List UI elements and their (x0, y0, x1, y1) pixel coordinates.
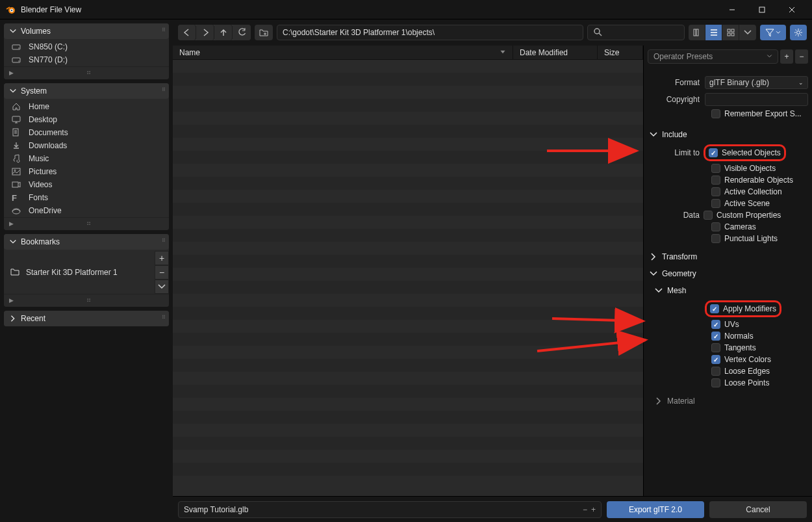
minimize-button[interactable] (717, 0, 747, 20)
file-row (173, 346, 643, 359)
play-icon[interactable]: ▶ (9, 297, 14, 304)
new-folder-button[interactable] (255, 25, 273, 40)
close-button[interactable] (777, 0, 807, 20)
system-item-music[interactable]: Music (4, 152, 169, 165)
search-input[interactable] (587, 25, 685, 40)
view-thumbnail-button[interactable] (722, 25, 739, 40)
system-header[interactable]: System ⠿ (4, 83, 169, 99)
system-item-desktop[interactable]: Desktop (4, 113, 169, 126)
geometry-section-header[interactable]: Geometry (648, 265, 808, 282)
custom-properties-checkbox[interactable] (704, 211, 713, 220)
column-date-header[interactable]: Date Modified (513, 46, 598, 59)
system-item-downloads[interactable]: Downloads (4, 139, 169, 152)
volume-label: SN770 (D:) (29, 55, 68, 64)
active-scene-checkbox[interactable] (711, 199, 720, 208)
cameras-checkbox[interactable] (711, 222, 720, 231)
back-button[interactable] (178, 25, 196, 40)
file-row (173, 359, 643, 372)
chevron-right-icon (654, 397, 663, 406)
forward-button[interactable] (196, 25, 214, 40)
refresh-button[interactable] (233, 25, 251, 40)
path-text: C:\godot\Starter Kit 3D Platformer 1\obj… (283, 28, 435, 37)
volumes-header[interactable]: Volumes ⠿ (4, 23, 169, 39)
add-bookmark-button[interactable]: + (155, 251, 169, 265)
remember-export-checkbox[interactable] (711, 109, 720, 118)
column-size-header[interactable]: Size (598, 46, 643, 59)
recent-header[interactable]: Recent ⠿ (4, 311, 169, 326)
renderable-objects-checkbox[interactable] (711, 176, 720, 185)
volume-item[interactable]: SN770 (D:) (4, 53, 169, 66)
bookmark-menu-button[interactable] (155, 280, 169, 294)
drag-grip-icon[interactable]: ⠿ (162, 87, 166, 93)
file-row (173, 164, 643, 177)
settings-button[interactable] (790, 25, 807, 40)
bookmark-item[interactable]: Starter Kit 3D Platformer 1 (4, 251, 155, 294)
operator-presets-select[interactable]: Operator Presets (648, 49, 778, 64)
filter-button[interactable] (760, 25, 786, 40)
increment-button[interactable]: + (591, 505, 596, 514)
drag-grip-icon[interactable]: ⠿ (162, 27, 166, 33)
vertex-colors-checkbox[interactable] (711, 355, 720, 364)
file-list-area[interactable] (173, 60, 643, 522)
uvs-checkbox[interactable] (711, 320, 720, 329)
system-title: System (21, 86, 47, 96)
remove-preset-button[interactable]: − (795, 49, 808, 64)
parent-dir-button[interactable] (214, 25, 233, 40)
volume-item[interactable]: SN850 (C:) (4, 40, 169, 53)
chevron-right-icon (9, 314, 17, 323)
system-item-videos[interactable]: Videos (4, 178, 169, 191)
apply-modifiers-checkbox[interactable] (710, 304, 719, 313)
view-sort-dropdown[interactable] (739, 25, 756, 40)
system-item-onedrive[interactable]: OneDrive (4, 204, 169, 217)
view-vertical-list-button[interactable] (689, 25, 705, 40)
system-item-home[interactable]: Home (4, 100, 169, 113)
view-horizontal-list-button[interactable] (705, 25, 722, 40)
add-preset-button[interactable]: + (780, 49, 793, 64)
maximize-button[interactable] (747, 0, 777, 20)
loose-points-checkbox[interactable] (711, 378, 720, 387)
recent-panel: Recent ⠿ (4, 311, 169, 326)
material-section-header[interactable]: Material (648, 393, 808, 410)
punctual-lights-checkbox[interactable] (711, 234, 720, 243)
export-options-panel: Operator Presets + − Format glTF Binary … (643, 46, 812, 522)
copyright-input[interactable] (705, 93, 808, 106)
transform-section-header[interactable]: Transform (648, 248, 808, 265)
system-item-pictures[interactable]: Pictures (4, 165, 169, 178)
play-icon[interactable]: ▶ (9, 220, 14, 227)
documents-icon (10, 128, 22, 137)
system-item-label: Documents (29, 128, 68, 137)
volume-label: SN850 (C:) (29, 42, 68, 51)
system-item-label: Fonts (29, 193, 48, 202)
export-button[interactable]: Export glTF 2.0 (607, 501, 704, 518)
file-row (173, 255, 643, 268)
path-input[interactable]: C:\godot\Starter Kit 3D Platformer 1\obj… (277, 25, 583, 40)
file-row (173, 86, 643, 99)
normals-checkbox[interactable] (711, 332, 720, 341)
drag-grip-icon[interactable]: ⠿ (162, 238, 166, 244)
mesh-section-header[interactable]: Mesh (648, 282, 808, 299)
file-toolbar: C:\godot\Starter Kit 3D Platformer 1\obj… (173, 20, 812, 46)
drag-grip-icon[interactable]: ⠿ (162, 315, 166, 320)
active-collection-checkbox[interactable] (711, 187, 720, 196)
tangents-checkbox[interactable] (711, 343, 720, 352)
loose-edges-checkbox[interactable] (711, 367, 720, 376)
system-item-fonts[interactable]: Fonts (4, 191, 169, 204)
svg-point-19 (11, 9, 13, 11)
filename-input[interactable]: Svamp Tutorial.glb − + (178, 501, 602, 518)
cancel-button[interactable]: Cancel (709, 501, 807, 518)
data-label: Data (648, 211, 700, 220)
onedrive-icon (10, 206, 22, 215)
chevron-down-icon (9, 27, 17, 36)
include-section-header[interactable]: Include (648, 126, 808, 143)
play-icon[interactable]: ▶ (9, 70, 14, 76)
system-item-documents[interactable]: Documents (4, 126, 169, 139)
decrement-button[interactable]: − (583, 505, 587, 514)
file-row (173, 385, 643, 398)
remove-bookmark-button[interactable]: − (155, 265, 169, 280)
format-select[interactable]: glTF Binary (.glb) ⌄ (705, 76, 808, 89)
music-icon (10, 154, 22, 163)
visible-objects-checkbox[interactable] (711, 164, 720, 173)
column-name-header[interactable]: Name (173, 46, 513, 59)
selected-objects-checkbox[interactable] (709, 148, 718, 157)
bookmarks-header[interactable]: Bookmarks ⠿ (4, 234, 169, 250)
